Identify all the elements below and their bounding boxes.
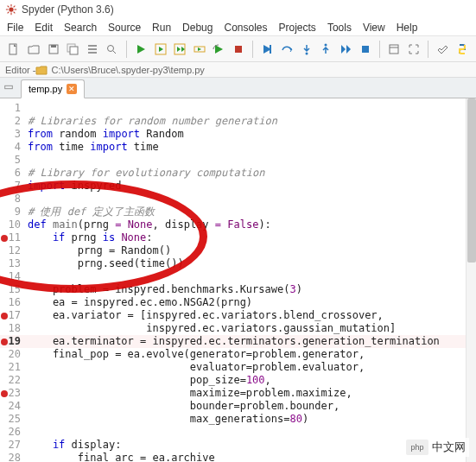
php-logo-icon: php xyxy=(406,440,428,455)
code-content[interactable]: # Libraries for random number generation… xyxy=(28,102,466,462)
folder-icon xyxy=(35,64,48,76)
stop-button[interactable] xyxy=(230,40,248,59)
editor-path-bar: Editor - C:\Users\Bruce\.spyder-py3\temp… xyxy=(0,62,476,78)
menu-consoles[interactable]: Consoles xyxy=(224,22,267,34)
menu-file[interactable]: File xyxy=(7,22,23,34)
svg-point-0 xyxy=(9,7,13,11)
step-over-button[interactable] xyxy=(278,40,296,59)
preferences-button[interactable] xyxy=(434,40,452,59)
menu-view[interactable]: View xyxy=(363,22,385,34)
run-cell-button[interactable] xyxy=(151,40,169,59)
menu-help[interactable]: Help xyxy=(397,22,418,34)
svg-rect-14 xyxy=(362,46,369,53)
menu-edit[interactable]: Edit xyxy=(35,22,53,34)
new-file-button[interactable] xyxy=(5,40,23,59)
menu-search[interactable]: Search xyxy=(64,22,97,34)
run-selection-button[interactable] xyxy=(190,40,208,59)
debug-button[interactable] xyxy=(258,40,276,59)
step-into-button[interactable] xyxy=(297,40,315,59)
menu-run[interactable]: Run xyxy=(152,22,171,34)
tab-strip: temp.py ✕ xyxy=(0,78,476,98)
svg-rect-5 xyxy=(70,47,78,54)
run-button[interactable] xyxy=(132,40,150,59)
maximize-pane-button[interactable] xyxy=(385,40,403,59)
close-tab-icon[interactable]: ✕ xyxy=(67,84,77,94)
vertical-scrollbar[interactable] xyxy=(466,98,476,462)
svg-rect-3 xyxy=(51,45,56,47)
continue-button[interactable] xyxy=(337,40,355,59)
collapse-tabs-icon[interactable] xyxy=(3,82,16,94)
menu-source[interactable]: Source xyxy=(108,22,141,34)
toolbar-separator xyxy=(252,41,253,58)
svg-rect-15 xyxy=(390,45,398,54)
step-out-button[interactable] xyxy=(317,40,335,59)
menu-debug[interactable]: Debug xyxy=(182,22,213,34)
code-editor[interactable]: 1 2 3 4 5 6 7 8 9 10 11 12 13 14 15 16 1… xyxy=(0,98,476,462)
menu-tools[interactable]: Tools xyxy=(327,22,352,34)
svg-point-6 xyxy=(108,45,114,51)
editor-label: Editor - xyxy=(5,65,35,75)
toolbar-separator xyxy=(428,41,428,58)
toolbar-separator xyxy=(379,41,380,58)
svg-point-13 xyxy=(325,43,327,46)
svg-rect-10 xyxy=(235,46,242,53)
line-number-gutter: 1 2 3 4 5 6 7 8 9 10 11 12 13 14 15 16 1… xyxy=(0,98,26,462)
window-title: Spyder (Python 3.6) xyxy=(22,3,114,16)
fullscreen-button[interactable] xyxy=(404,40,422,59)
run-cell-advance-button[interactable] xyxy=(171,40,189,59)
menu-bar: File Edit Search Source Run Debug Consol… xyxy=(0,19,476,36)
menu-projects[interactable]: Projects xyxy=(279,22,316,34)
open-file-button[interactable] xyxy=(25,40,43,59)
svg-rect-16 xyxy=(5,85,13,88)
svg-rect-11 xyxy=(270,45,271,54)
find-button[interactable] xyxy=(103,40,121,59)
spyder-logo-icon xyxy=(5,3,17,16)
watermark-text: 中文网 xyxy=(432,440,466,455)
svg-point-12 xyxy=(305,52,308,54)
main-toolbar xyxy=(0,36,476,62)
watermark: php 中文网 xyxy=(403,438,469,457)
title-bar: Spyder (Python 3.6) xyxy=(0,0,476,19)
toolbar-separator xyxy=(126,41,127,58)
save-button[interactable] xyxy=(44,40,62,59)
python-path-button[interactable] xyxy=(454,40,472,59)
show-outline-button[interactable] xyxy=(83,40,101,59)
file-tab-temp-py[interactable]: temp.py ✕ xyxy=(21,79,85,98)
file-path: C:\Users\Bruce\.spyder-py3\temp.py xyxy=(51,65,204,75)
tab-name: temp.py xyxy=(29,84,62,94)
scrollbar-thumb[interactable] xyxy=(467,98,476,263)
save-all-button[interactable] xyxy=(64,40,82,59)
rerun-button[interactable] xyxy=(210,40,228,59)
stop-debug-button[interactable] xyxy=(356,40,374,59)
